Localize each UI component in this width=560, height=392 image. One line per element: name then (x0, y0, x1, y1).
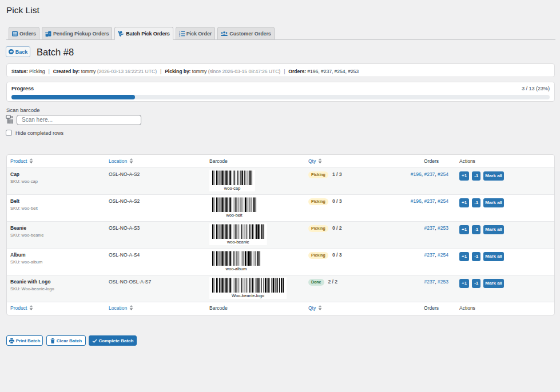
svg-text:woo-album: woo-album (225, 266, 247, 271)
svg-text:3: 3 (179, 35, 180, 37)
svg-text:woo-cap: woo-cap (224, 186, 240, 191)
svg-text:woo-beanie: woo-beanie (227, 239, 249, 245)
svg-text:woo-belt: woo-belt (225, 213, 243, 218)
svg-text:Woo-beanie-logo: Woo-beanie-logo (232, 293, 264, 298)
